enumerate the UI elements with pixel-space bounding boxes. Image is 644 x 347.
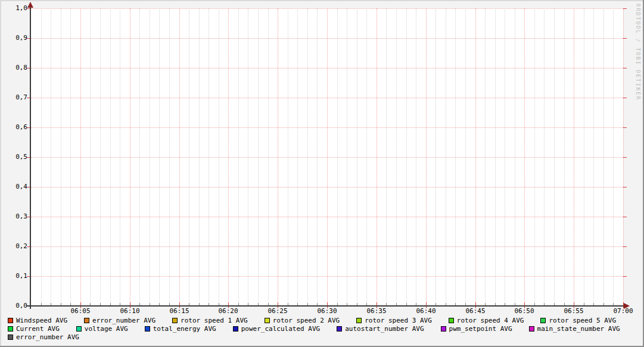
gridline-vertical-minor — [416, 8, 416, 306]
legend-item: power_calculated AVG — [233, 325, 320, 333]
gridline-vertical-major — [377, 8, 377, 306]
x-axis-tick-label: 06:20 — [210, 308, 246, 315]
x-axis-tick-label: 06:45 — [458, 308, 493, 315]
legend-color-swatch — [441, 326, 446, 332]
legend-color-swatch — [529, 326, 534, 332]
x-axis-tick-label: 06:25 — [260, 308, 295, 315]
y-axis-tick-label: 0,4 — [2, 183, 27, 190]
gridline-vertical-minor — [120, 8, 120, 306]
y-axis-tick-right — [623, 246, 627, 247]
y-axis-tick-right — [623, 8, 627, 9]
rrdtool-graph: 1,00,90,80,70,60,50,40,30,20,10,006:0506… — [0, 0, 644, 347]
legend-item: Current AVG — [8, 325, 60, 333]
gridline-vertical-minor — [515, 8, 515, 306]
gridline-vertical-minor — [446, 8, 446, 306]
y-axis-tick-right — [623, 98, 627, 98]
gridline-vertical-minor — [435, 8, 436, 306]
gridline-vertical-minor — [505, 8, 505, 306]
legend-item: rotor speed 2 AVG — [265, 317, 340, 324]
legend-row: error_number AVG — [8, 333, 642, 341]
gridline-vertical-minor — [248, 8, 248, 306]
y-axis-tick-right — [623, 187, 627, 187]
x-axis-arrow-icon — [624, 303, 630, 309]
gridline-vertical-minor — [288, 8, 288, 306]
gridline-vertical-minor — [150, 8, 150, 306]
gridline-vertical-minor — [297, 8, 298, 306]
gridline-vertical-minor — [307, 8, 308, 306]
y-axis-tick-label: 1,0 — [2, 5, 27, 12]
gridline-vertical-minor — [139, 8, 140, 306]
legend-color-swatch — [540, 318, 546, 323]
gridline-vertical-major — [228, 8, 229, 306]
legend-label: voltage AVG — [85, 325, 128, 333]
gridline-vertical-minor — [337, 8, 338, 306]
x-axis-tick-label: 06:30 — [309, 308, 345, 315]
y-axis-tick-right — [623, 127, 627, 128]
gridline-vertical-minor — [485, 8, 486, 306]
legend-label: rotor speed 1 AVG — [181, 317, 248, 324]
legend-color-swatch — [76, 326, 82, 332]
gridline-vertical-minor — [495, 8, 496, 306]
legend-item: rotor speed 4 AVG — [449, 317, 524, 324]
y-axis-tick-label: 0,6 — [2, 124, 27, 131]
gridline-vertical-minor — [386, 8, 387, 306]
legend-color-swatch — [449, 318, 454, 323]
plot-area — [31, 8, 623, 306]
legend-color-swatch — [84, 318, 89, 323]
legend: Windspeed AVGerror_number AVGrotor speed… — [8, 317, 642, 342]
gridline-vertical-minor — [100, 8, 101, 306]
legend-label: Windspeed AVG — [16, 317, 67, 324]
gridline-vertical-minor — [199, 8, 200, 306]
y-axis-tick-right — [623, 38, 627, 39]
gridline-vertical-minor — [268, 8, 269, 306]
gridline-vertical-minor — [584, 8, 584, 306]
legend-item: Windspeed AVG — [8, 317, 67, 324]
gridline-vertical-minor — [613, 8, 614, 306]
gridline-vertical-minor — [61, 8, 61, 306]
y-axis-arrow-icon — [27, 2, 33, 8]
legend-item: rotor speed 5 AVG — [540, 317, 616, 324]
gridline-vertical-major — [475, 8, 476, 306]
legend-color-swatch — [8, 335, 13, 340]
gridline-vertical-minor — [357, 8, 357, 306]
legend-item: main_state_number AVG — [529, 325, 620, 333]
y-axis-tick-label: 0,1 — [2, 273, 27, 280]
x-axis-tick-label: 06:40 — [408, 308, 444, 315]
gridline-vertical-minor — [41, 8, 42, 306]
legend-label: rotor speed 2 AVG — [273, 317, 340, 324]
legend-item: voltage AVG — [76, 325, 128, 333]
legend-label: pwm_setpoint AVG — [449, 325, 512, 333]
gridline-vertical-major — [179, 8, 180, 306]
gridline-vertical-major — [524, 8, 525, 306]
gridline-vertical-minor — [258, 8, 259, 306]
x-axis-tick-label: 06:35 — [359, 308, 394, 315]
y-axis-tick-label: 0,5 — [2, 154, 27, 161]
y-axis-line — [30, 5, 31, 309]
x-axis-tick-label: 06:05 — [63, 308, 98, 315]
gridline-vertical-major — [327, 8, 328, 306]
rrdtool-watermark: RRDTOOL / TOBI OETIKER — [635, 4, 641, 101]
gridline-vertical-minor — [366, 8, 367, 306]
legend-color-swatch — [337, 326, 342, 332]
y-axis-tick-label: 0,7 — [2, 94, 27, 101]
frame-border-left — [0, 0, 1, 347]
legend-label: main_state_number AVG — [537, 325, 620, 333]
x-axis-tick-label: 06:55 — [556, 308, 592, 315]
legend-color-swatch — [8, 318, 13, 323]
gridline-vertical-minor — [70, 8, 71, 306]
x-axis-tick-label: 06:10 — [112, 308, 148, 315]
legend-label: rotor speed 5 AVG — [549, 317, 616, 324]
y-axis-tick-right — [623, 217, 627, 217]
frame-border-top — [0, 0, 644, 1]
y-axis-tick-label: 0,0 — [2, 302, 27, 310]
legend-item: error_number AVG — [84, 317, 155, 324]
legend-label: error_number AVG — [16, 333, 79, 341]
gridline-vertical-minor — [209, 8, 209, 306]
legend-color-swatch — [8, 326, 13, 332]
gridline-vertical-minor — [219, 8, 219, 306]
gridline-vertical-minor — [465, 8, 466, 306]
legend-color-swatch — [172, 318, 178, 323]
x-axis-tick-label: 06:50 — [506, 308, 542, 315]
legend-label: total_energy AVG — [153, 325, 216, 333]
x-axis-tick-label: 06:15 — [161, 308, 197, 315]
